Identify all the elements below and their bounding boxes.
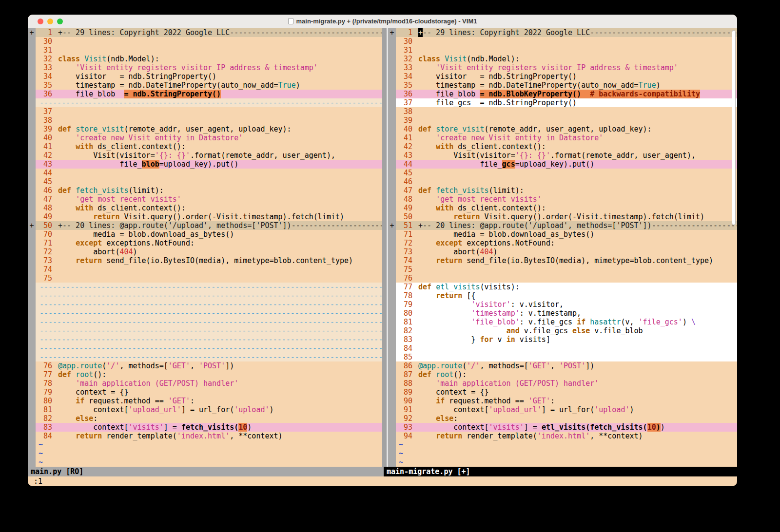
code-line[interactable]: 78 'main application (GET/POST) handler': [28, 379, 382, 388]
fold-line[interactable]: +50+-- 20 lines: @app.route('/upload', m…: [28, 221, 382, 230]
code-line[interactable]: 47def fetch_visits(limit):: [388, 186, 737, 195]
filler-line[interactable]: ----------------------------------------…: [28, 291, 382, 300]
code-line[interactable]: 83 } for v in visits]: [388, 335, 737, 344]
command-line[interactable]: :1: [28, 476, 737, 486]
code-line[interactable]: 82 and v.file_gcs else v.file_blob: [388, 326, 737, 335]
code-line[interactable]: 82 else:: [28, 414, 382, 423]
code-line[interactable]: 41 'create new Visit entity in Datastore…: [388, 133, 737, 142]
code-line[interactable]: 47 'get most recent visits': [28, 195, 382, 204]
code-line[interactable]: 80 'timestamp': v.timestamp,: [388, 309, 737, 318]
code-line[interactable]: 40 'create new Visit entity in Datastore…: [28, 133, 382, 142]
code-line[interactable]: 80 if request.method == 'GET':: [28, 397, 382, 405]
code-line[interactable]: 48 with ds_client.context():: [28, 204, 382, 212]
code-line[interactable]: 30: [28, 37, 382, 46]
code-line[interactable]: 36 file_blob = ndb.BlobKeyProperty() # b…: [388, 90, 737, 98]
tilde-line[interactable]: ~: [28, 449, 382, 458]
code-line[interactable]: 33 'Visit entity registers visitor IP ad…: [28, 63, 382, 72]
code-line[interactable]: 44: [28, 169, 382, 177]
code-line[interactable]: 33 'Visit entity registers visitor IP ad…: [388, 63, 737, 72]
code-line[interactable]: 46: [388, 177, 737, 186]
code-line[interactable]: 31: [388, 46, 737, 55]
code-line[interactable]: 41 with ds_client.context():: [28, 142, 382, 151]
zoom-button[interactable]: [57, 19, 63, 24]
tilde-line[interactable]: ~: [388, 449, 737, 458]
tilde-line[interactable]: ~: [388, 458, 737, 467]
fold-line[interactable]: +1+-- 29 lines: Copyright 2022 Google LL…: [388, 28, 737, 37]
code-line[interactable]: 45: [388, 169, 737, 177]
code-line[interactable]: 84 return render_template('index.html', …: [28, 432, 382, 440]
fold-line[interactable]: +1+-- 29 lines: Copyright 2022 Google LL…: [28, 28, 382, 37]
code-line[interactable]: 77def root():: [28, 370, 382, 379]
code-line[interactable]: 74 return send_file(io.BytesIO(media), m…: [388, 256, 737, 265]
code-line[interactable]: 91 context['upload_url'] = url_for('uplo…: [388, 405, 737, 414]
code-line[interactable]: 46def fetch_visits(limit):: [28, 186, 382, 195]
fold-toggle-icon[interactable]: +: [388, 221, 396, 230]
code-line[interactable]: 81 context['upload_url'] = url_for('uplo…: [28, 405, 382, 414]
code-line[interactable]: 74: [28, 265, 382, 274]
filler-line[interactable]: ----------------------------------------…: [28, 353, 382, 361]
code-line[interactable]: 50 return Visit.query().order(-Visit.tim…: [388, 212, 737, 221]
split-divider[interactable]: [382, 28, 388, 467]
code-line[interactable]: 76: [388, 274, 737, 283]
code-line[interactable]: 35 timestamp = ndb.DateTimeProperty(auto…: [28, 81, 382, 90]
code-line[interactable]: 39def store_visit(remote_addr, user_agen…: [28, 125, 382, 133]
editor-pane-right[interactable]: +1+-- 29 lines: Copyright 2022 Google LL…: [388, 28, 737, 467]
code-line[interactable]: 92 else:: [388, 414, 737, 423]
fold-toggle-icon[interactable]: +: [28, 28, 36, 37]
code-line[interactable]: 73 return send_file(io.BytesIO(media), m…: [28, 256, 382, 265]
code-line[interactable]: 72 except exceptions.NotFound:: [388, 239, 737, 247]
filler-line[interactable]: ----------------------------------------…: [28, 326, 382, 335]
code-line[interactable]: 81 'file_blob': v.file_gcs if hasattr(v,…: [388, 318, 737, 326]
code-line[interactable]: 48 'get most recent visits': [388, 195, 737, 204]
code-line[interactable]: 34 visitor = ndb.StringProperty(): [388, 72, 737, 81]
code-line[interactable]: 71 media = blob.download_as_bytes(): [388, 230, 737, 239]
code-line[interactable]: 77def etl_visits(visits):: [388, 283, 737, 291]
code-line[interactable]: 49 return Visit.query().order(-Visit.tim…: [28, 212, 382, 221]
filler-line[interactable]: ----------------------------------------…: [28, 283, 382, 291]
code-line[interactable]: 76@app.route('/', methods=['GET', 'POST'…: [28, 361, 382, 370]
minimize-button[interactable]: [47, 19, 53, 24]
code-line[interactable]: 86@app.route('/', methods=['GET', 'POST'…: [388, 361, 737, 370]
filler-line[interactable]: ----------------------------------------…: [28, 344, 382, 353]
code-line[interactable]: 43 file_blob=upload_key).put(): [28, 160, 382, 169]
code-line[interactable]: 31: [28, 46, 382, 55]
scrollbar-thumb[interactable]: [732, 30, 736, 225]
code-line[interactable]: 39: [388, 116, 737, 125]
tilde-line[interactable]: ~: [388, 440, 737, 449]
code-line[interactable]: 78 return [{: [388, 291, 737, 300]
code-line[interactable]: 32class Visit(ndb.Model):: [28, 55, 382, 63]
filler-line[interactable]: ----------------------------------------…: [28, 98, 382, 107]
code-line[interactable]: 44 file_gcs=upload_key).put(): [388, 160, 737, 169]
code-line[interactable]: 49 with ds_client.context():: [388, 204, 737, 212]
code-line[interactable]: 89 context = {}: [388, 388, 737, 397]
code-line[interactable]: 38: [388, 107, 737, 116]
code-line[interactable]: 43 Visit(visitor='{}: {}'.format(remote_…: [388, 151, 737, 160]
code-line[interactable]: 85: [388, 353, 737, 361]
code-line[interactable]: 38: [28, 116, 382, 125]
code-line[interactable]: 70 media = blob.download_as_bytes(): [28, 230, 382, 239]
code-line[interactable]: 32class Visit(ndb.Model):: [388, 55, 737, 63]
close-button[interactable]: [38, 19, 43, 24]
code-line[interactable]: 75: [28, 274, 382, 283]
fold-toggle-icon[interactable]: +: [388, 28, 396, 37]
code-line[interactable]: 94 return render_template('index.html', …: [388, 432, 737, 440]
code-line[interactable]: 35 timestamp = ndb.DateTimeProperty(auto…: [388, 81, 737, 90]
editor-pane-left[interactable]: +1+-- 29 lines: Copyright 2022 Google LL…: [28, 28, 382, 467]
code-line[interactable]: 93 context['visits'] = etl_visits(fetch_…: [388, 423, 737, 432]
code-line[interactable]: 87def root():: [388, 370, 737, 379]
code-line[interactable]: 42 with ds_client.context():: [388, 142, 737, 151]
code-line[interactable]: 90 if request.method == 'GET':: [388, 397, 737, 405]
code-line[interactable]: 42 Visit(visitor='{}: {}'.format(remote_…: [28, 151, 382, 160]
code-line[interactable]: 37: [28, 107, 382, 116]
code-line[interactable]: 75: [388, 265, 737, 274]
code-line[interactable]: 71 except exceptions.NotFound:: [28, 239, 382, 247]
filler-line[interactable]: ----------------------------------------…: [28, 300, 382, 309]
tilde-line[interactable]: ~: [28, 440, 382, 449]
code-line[interactable]: 30: [388, 37, 737, 46]
code-line[interactable]: 79 'visitor': v.visitor,: [388, 300, 737, 309]
code-line[interactable]: 84: [388, 344, 737, 353]
filler-line[interactable]: ----------------------------------------…: [28, 335, 382, 344]
title-bar[interactable]: main-migrate.py + (/private/tmp/mod16-cl…: [28, 15, 737, 28]
fold-toggle-icon[interactable]: +: [28, 221, 36, 230]
filler-line[interactable]: ----------------------------------------…: [28, 309, 382, 318]
